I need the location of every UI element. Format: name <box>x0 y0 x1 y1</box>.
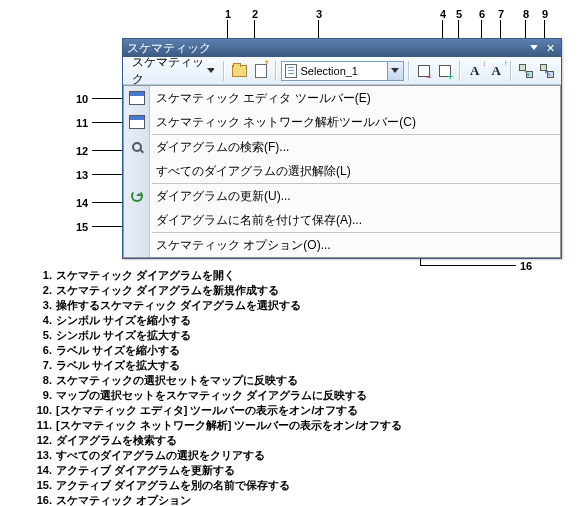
menu-item-label: スケマティック オプション(O)... <box>156 237 331 254</box>
diagram-selector-combo[interactable]: Selection_1 <box>281 61 404 81</box>
legend-text: シンボル サイズを縮小する <box>56 313 191 328</box>
legend-row: 16.スケマティック オプション <box>30 493 403 506</box>
search-icon <box>128 138 146 156</box>
menu-editor-toolbar[interactable]: スケマティック エディタ ツールバー(E) <box>124 86 560 110</box>
legend-row: 2.スケマティック ダイアグラムを新規作成する <box>30 283 403 298</box>
legend-row: 3.操作するスケマティック ダイアグラムを選択する <box>30 298 403 313</box>
legend-text: [スケマティック エディタ] ツールバーの表示をオン/オフする <box>56 403 359 418</box>
legend-text: すべてのダイアグラムの選択をクリアする <box>56 448 265 463</box>
editor-toolbar-icon <box>128 89 146 107</box>
menu-item-label: ダイアグラムの更新(U)... <box>156 188 291 205</box>
legend-num: 4. <box>30 313 52 328</box>
callout-6: 6 <box>479 8 485 20</box>
text-larger-icon: A <box>491 63 500 79</box>
legend-num: 12. <box>30 433 52 448</box>
callout-7: 7 <box>498 8 504 20</box>
blank-icon <box>128 211 146 229</box>
label-size-up-button[interactable]: A <box>486 60 506 82</box>
svg-marker-2 <box>391 68 399 73</box>
callout-5: 5 <box>456 8 462 20</box>
callout-11: 11 <box>76 117 88 129</box>
svg-marker-0 <box>530 45 538 50</box>
legend-num: 13. <box>30 448 52 463</box>
menu-item-label: ダイアグラムに名前を付けて保存(A)... <box>156 212 362 229</box>
menu-update-diagram[interactable]: ダイアグラムの更新(U)... <box>124 184 560 208</box>
legend-row: 5.シンボル サイズを拡大する <box>30 328 403 343</box>
propagate-to-map-button[interactable]: ↘ <box>516 60 536 82</box>
svg-marker-1 <box>207 68 214 73</box>
menu-item-label: すべてのダイアグラムの選択解除(L) <box>156 163 351 180</box>
legend-text: アクティブ ダイアグラムを別の名前で保存する <box>56 478 290 493</box>
folder-icon <box>232 65 247 77</box>
legend-num: 16. <box>30 493 52 506</box>
legend-text: ラベル サイズを縮小する <box>56 343 180 358</box>
callout-10: 10 <box>76 93 88 105</box>
legend-num: 14. <box>30 463 52 478</box>
legend-row: 15.アクティブ ダイアグラムを別の名前で保存する <box>30 478 403 493</box>
legend-row: 8.スケマティックの選択セットをマップに反映する <box>30 373 403 388</box>
symbol-size-down-button[interactable] <box>414 60 434 82</box>
legend-row: 9.マップの選択セットをスケマティック ダイアグラムに反映する <box>30 388 403 403</box>
text-smaller-icon: A <box>470 63 479 79</box>
callout-13: 13 <box>76 169 88 181</box>
menu-save-as[interactable]: ダイアグラムに名前を付けて保存(A)... <box>124 208 560 232</box>
menu-item-label: ダイアグラムの検索(F)... <box>156 139 289 156</box>
window-menu-icon[interactable] <box>527 41 541 55</box>
zoom-out-icon <box>418 65 430 77</box>
propagate-to-schematic-button[interactable]: ↖ <box>537 60 557 82</box>
close-icon[interactable]: ✕ <box>543 41 557 55</box>
blank-icon <box>128 162 146 180</box>
callout-8: 8 <box>523 8 529 20</box>
legend-num: 7. <box>30 358 52 373</box>
propagate-to-schematic-icon: ↖ <box>540 64 554 78</box>
legend-text: 操作するスケマティック ダイアグラムを選択する <box>56 298 301 313</box>
legend-text: シンボル サイズを拡大する <box>56 328 191 343</box>
toolbar: スケマティック Selection_1 A A ↘ ↖ <box>123 57 561 85</box>
legend-row: 7.ラベル サイズを拡大する <box>30 358 403 373</box>
callout-12: 12 <box>76 145 88 157</box>
callout-14: 14 <box>76 197 88 209</box>
callout-16: 16 <box>520 260 532 272</box>
legend-text: スケマティック ダイアグラムを開く <box>56 268 235 283</box>
schematic-dropdown-menu: スケマティック エディタ ツールバー(E) スケマティック ネットワーク解析ツー… <box>123 85 561 258</box>
legend-row: 11.[スケマティック ネットワーク解析] ツールバーの表示をオン/オフする <box>30 418 403 433</box>
legend-row: 10.[スケマティック エディタ] ツールバーの表示をオン/オフする <box>30 403 403 418</box>
callout-15: 15 <box>76 221 88 233</box>
legend-num: 1. <box>30 268 52 283</box>
network-toolbar-icon <box>128 113 146 131</box>
legend-row: 6.ラベル サイズを縮小する <box>30 343 403 358</box>
legend-text: マップの選択セットをスケマティック ダイアグラムに反映する <box>56 388 367 403</box>
callout-9: 9 <box>542 8 548 20</box>
callout-3: 3 <box>316 8 322 20</box>
menu-network-toolbar[interactable]: スケマティック ネットワーク解析ツールバー(C) <box>124 110 560 134</box>
legend-num: 6. <box>30 343 52 358</box>
legend-num: 5. <box>30 328 52 343</box>
new-diagram-button[interactable] <box>251 60 271 82</box>
callout-2: 2 <box>252 8 258 20</box>
legend-row: 14.アクティブ ダイアグラムを更新する <box>30 463 403 478</box>
legend-text: ダイアグラムを検索する <box>56 433 177 448</box>
schematic-menu-label: スケマティック <box>132 54 205 88</box>
legend-text: [スケマティック ネットワーク解析] ツールバーの表示をオン/オフする <box>56 418 403 433</box>
zoom-in-icon <box>439 65 451 77</box>
legend-row: 1.スケマティック ダイアグラムを開く <box>30 268 403 283</box>
label-size-down-button[interactable]: A <box>465 60 485 82</box>
legend-num: 2. <box>30 283 52 298</box>
chevron-down-icon[interactable] <box>387 62 403 80</box>
menu-find-diagrams[interactable]: ダイアグラムの検索(F)... <box>124 135 560 159</box>
legend-text: スケマティック ダイアグラムを新規作成する <box>56 283 279 298</box>
schematic-window: スケマティック ✕ スケマティック Selection_1 A A ↘ <box>122 38 562 259</box>
open-diagram-button[interactable] <box>229 60 249 82</box>
menu-schematic-options[interactable]: スケマティック オプション(O)... <box>124 233 560 257</box>
diagram-icon <box>284 64 298 78</box>
legend-text: スケマティックの選択セットをマップに反映する <box>56 373 298 388</box>
legend-num: 8. <box>30 373 52 388</box>
legend-text: アクティブ ダイアグラムを更新する <box>56 463 235 478</box>
legend-num: 3. <box>30 298 52 313</box>
symbol-size-up-button[interactable] <box>435 60 455 82</box>
refresh-icon <box>128 187 146 205</box>
menu-clear-selection[interactable]: すべてのダイアグラムの選択解除(L) <box>124 159 560 183</box>
callout-4: 4 <box>440 8 446 20</box>
new-doc-icon <box>255 64 267 78</box>
legend-list: 1.スケマティック ダイアグラムを開く2.スケマティック ダイアグラムを新規作成… <box>30 268 403 506</box>
